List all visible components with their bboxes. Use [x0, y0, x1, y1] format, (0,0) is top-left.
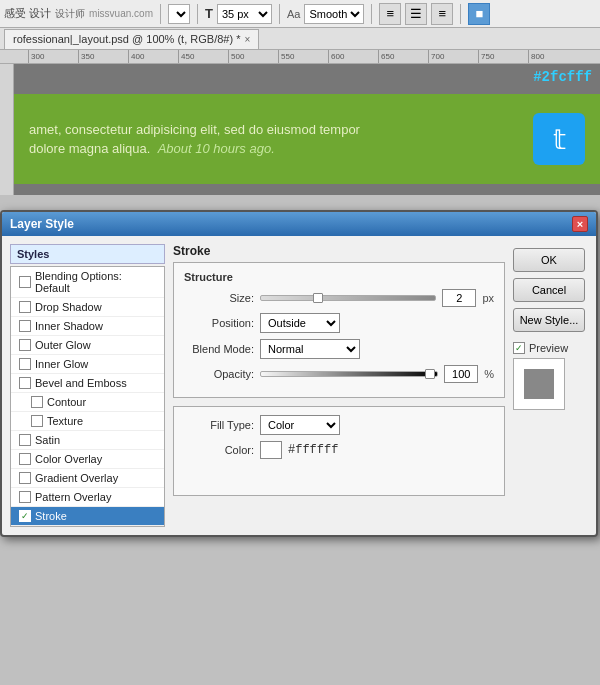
- layer-item-blending[interactable]: Blending Options: Default: [11, 267, 164, 298]
- layer-item-texture[interactable]: Texture: [11, 412, 164, 431]
- layer-item-stroke[interactable]: ✓ Stroke: [11, 507, 164, 526]
- aa-icon: Aa: [287, 8, 300, 20]
- stroke-section-title: Stroke: [173, 244, 505, 258]
- size-unit: px: [482, 292, 494, 304]
- position-select[interactable]: Outside Inside Center: [260, 313, 340, 333]
- layer-label-inner-shadow: Inner Shadow: [35, 320, 103, 332]
- cancel-button[interactable]: Cancel: [513, 278, 585, 302]
- align-right-btn[interactable]: ≡: [431, 3, 453, 25]
- ruler-400: 400: [128, 50, 178, 64]
- ok-button[interactable]: OK: [513, 248, 585, 272]
- blend-row: Blend Mode: Normal Multiply Screen: [184, 339, 494, 359]
- align-center-btn[interactable]: ☰: [405, 3, 427, 25]
- layer-item-gradient-overlay[interactable]: Gradient Overlay: [11, 469, 164, 488]
- color-row: Color: #ffffff: [184, 441, 494, 459]
- twitter-icon-box: 𝕥: [533, 113, 585, 165]
- fill-type-select[interactable]: Color Gradient Pattern: [260, 415, 340, 435]
- tab-close-btn[interactable]: ×: [244, 34, 250, 45]
- checkbox-color-overlay[interactable]: [19, 453, 31, 465]
- dialog-title: Layer Style: [10, 217, 74, 231]
- layer-item-drop-shadow[interactable]: Drop Shadow: [11, 298, 164, 317]
- color-hex-label: #2fcfff: [533, 69, 592, 85]
- color-swatch[interactable]: [260, 441, 282, 459]
- checkbox-inner-shadow[interactable]: [19, 320, 31, 332]
- structure-title: Structure: [184, 271, 494, 283]
- divider4: [371, 4, 372, 24]
- checkbox-contour[interactable]: [31, 396, 43, 408]
- dialog-buttons: OK Cancel New Style... ✓ Preview: [513, 244, 588, 527]
- layer-item-outer-glow[interactable]: Outer Glow: [11, 336, 164, 355]
- preview-inner: [522, 367, 556, 401]
- size-input[interactable]: [442, 289, 476, 307]
- checkbox-outer-glow[interactable]: [19, 339, 31, 351]
- layer-item-satin[interactable]: Satin: [11, 431, 164, 450]
- checkbox-drop-shadow[interactable]: [19, 301, 31, 313]
- size-thumb[interactable]: [313, 293, 323, 303]
- dialog-body: Styles Blending Options: Default Drop Sh…: [2, 236, 596, 535]
- checkbox-inner-glow[interactable]: [19, 358, 31, 370]
- opacity-thumb[interactable]: [425, 369, 435, 379]
- font-family-select[interactable]: Regular: [168, 4, 190, 24]
- checkbox-satin[interactable]: [19, 434, 31, 446]
- twitter-bird-icon: 𝕥: [553, 123, 566, 156]
- layer-label-pattern-overlay: Pattern Overlay: [35, 491, 111, 503]
- layer-item-inner-shadow[interactable]: Inner Shadow: [11, 317, 164, 336]
- layer-label-texture: Texture: [47, 415, 83, 427]
- fill-type-label: Fill Type:: [184, 419, 254, 431]
- toolbar-text3: missvuan.com: [89, 8, 153, 19]
- new-style-button[interactable]: New Style...: [513, 308, 585, 332]
- banner-text: amet, consectetur adipisicing elit, sed …: [29, 120, 523, 159]
- blend-label: Blend Mode:: [184, 343, 254, 355]
- size-slider[interactable]: [260, 295, 436, 301]
- layer-item-contour[interactable]: Contour: [11, 393, 164, 412]
- layer-label-drop-shadow: Drop Shadow: [35, 301, 102, 313]
- dialog-close-btn[interactable]: ×: [572, 216, 588, 232]
- opacity-input[interactable]: [444, 365, 478, 383]
- ruler-700: 700: [428, 50, 478, 64]
- smooth-select[interactable]: Smooth: [304, 4, 364, 24]
- checkbox-blending[interactable]: [19, 276, 31, 288]
- ruler-600: 600: [328, 50, 378, 64]
- preview-checkbox[interactable]: ✓: [513, 342, 525, 354]
- divider5: [460, 4, 461, 24]
- layer-label-blending: Blending Options: Default: [35, 270, 156, 294]
- left-panel: Styles Blending Options: Default Drop Sh…: [10, 244, 165, 527]
- layer-label-color-overlay: Color Overlay: [35, 453, 102, 465]
- blend-select[interactable]: Normal Multiply Screen: [260, 339, 360, 359]
- fill-type-row: Fill Type: Color Gradient Pattern: [184, 415, 494, 435]
- color-picker-btn[interactable]: ■: [468, 3, 490, 25]
- checkbox-texture[interactable]: [31, 415, 43, 427]
- position-row: Position: Outside Inside Center: [184, 313, 494, 333]
- layer-label-stroke: Stroke: [35, 510, 67, 522]
- color-label: Color:: [184, 444, 254, 456]
- layer-label-gradient-overlay: Gradient Overlay: [35, 472, 118, 484]
- ruler-800: 800: [528, 50, 578, 64]
- layer-label-bevel: Bevel and Emboss: [35, 377, 127, 389]
- layer-item-bevel[interactable]: Bevel and Emboss: [11, 374, 164, 393]
- ruler-450: 450: [178, 50, 228, 64]
- align-left-btn[interactable]: ≡: [379, 3, 401, 25]
- layer-item-pattern-overlay[interactable]: Pattern Overlay: [11, 488, 164, 507]
- toolbar-text2: 设计师: [55, 7, 85, 21]
- tab-label: rofessionan|_layout.psd @ 100% (t, RGB/8…: [13, 33, 240, 45]
- checkbox-bevel[interactable]: [19, 377, 31, 389]
- preview-box: [513, 358, 565, 410]
- layer-label-outer-glow: Outer Glow: [35, 339, 91, 351]
- layer-item-color-overlay[interactable]: Color Overlay: [11, 450, 164, 469]
- preview-check-row: ✓ Preview: [513, 342, 568, 354]
- layer-label-satin: Satin: [35, 434, 60, 446]
- structure-box: Structure Size: px Position:: [173, 262, 505, 398]
- main-tab[interactable]: rofessionan|_layout.psd @ 100% (t, RGB/8…: [4, 29, 259, 49]
- checkbox-pattern-overlay[interactable]: [19, 491, 31, 503]
- green-banner: amet, consectetur adipisicing elit, sed …: [14, 94, 600, 184]
- opacity-slider[interactable]: [260, 371, 438, 377]
- layer-item-inner-glow[interactable]: Inner Glow: [11, 355, 164, 374]
- opacity-unit: %: [484, 368, 494, 380]
- styles-header: Styles: [10, 244, 165, 264]
- toolbar: 感受 设计 设计师 missvuan.com Regular T 35 px A…: [0, 0, 600, 28]
- font-size-select[interactable]: 35 px: [217, 4, 272, 24]
- checkbox-gradient-overlay[interactable]: [19, 472, 31, 484]
- checkbox-stroke[interactable]: ✓: [19, 510, 31, 522]
- divider2: [197, 4, 198, 24]
- ruler-300: 300: [28, 50, 78, 64]
